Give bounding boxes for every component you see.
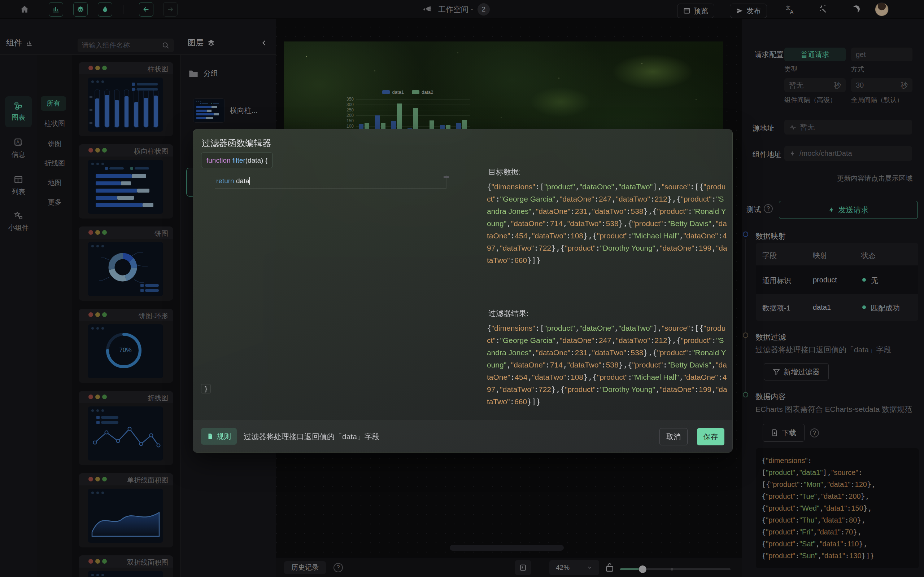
target-data-json[interactable]: {"dimensions":["product","dataOne","data… [487,181,728,277]
filter-result-json[interactable]: {"dimensions":["product","dataOne","data… [487,322,728,416]
function-signature: function filter(data) { [201,153,273,168]
app-root: 工作空间 - 2 预览 发布 文A 组件 请输入组件名称 [0,0,924,577]
editor-scrollbar-thumb[interactable] [444,176,449,178]
modal-title: 过滤器函数编辑器 [202,137,271,149]
target-data-label: 目标数据: [488,167,521,177]
text-caret [249,177,250,185]
rule-doc-icon [207,433,213,440]
cancel-button[interactable]: 取消 [659,428,688,445]
closing-brace: } [201,384,211,393]
save-button[interactable]: 保存 [697,428,724,445]
modal-footer: 规则 过滤器将处理接口返回值的「data」字段 取消 保存 [193,420,732,452]
code-editor[interactable]: return data [216,177,250,185]
modal-divider [467,151,467,415]
rule-description: 过滤器将处理接口返回值的「data」字段 [244,432,380,442]
filter-result-label: 过滤器结果: [488,308,528,318]
filter-editor-modal: 过滤器函数编辑器 function filter(data) { return … [193,129,733,453]
rule-badge: 规则 [201,428,237,445]
